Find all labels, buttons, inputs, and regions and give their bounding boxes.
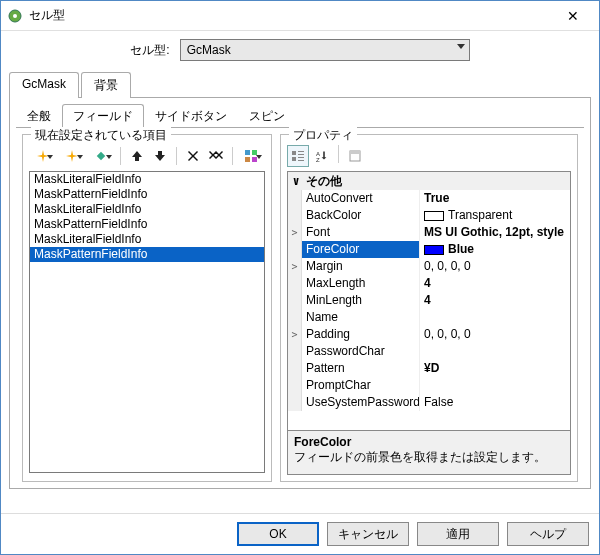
move-down-button[interactable] [149, 145, 170, 167]
property-legend: プロパティ [289, 127, 357, 144]
category-label: その他 [306, 173, 342, 190]
property-name: ForeColor [302, 241, 420, 258]
property-row[interactable]: >Padding0, 0, 0, 0 [288, 326, 570, 343]
delete-button[interactable] [182, 145, 203, 167]
property-name: AutoConvert [302, 190, 420, 207]
list-item[interactable]: MaskPatternFieldInfo [30, 187, 264, 202]
arrow-up-icon [132, 151, 142, 161]
tab-spin[interactable]: スピン [238, 104, 296, 128]
svg-rect-3 [245, 150, 250, 155]
property-value[interactable]: True [420, 190, 570, 207]
inner-tabstrip: 全般 フィールド サイドボタン スピン [16, 104, 584, 128]
tab-sidebutton[interactable]: サイドボタン [144, 104, 238, 128]
indent-cell [288, 343, 302, 360]
property-name: MinLength [302, 292, 420, 309]
property-row[interactable]: PromptChar [288, 377, 570, 394]
svg-rect-16 [350, 151, 360, 154]
property-name: MaxLength [302, 275, 420, 292]
expand-icon[interactable]: > [288, 258, 302, 275]
tab-background[interactable]: 背景 [81, 72, 131, 98]
categorized-icon [292, 150, 304, 162]
items-listbox[interactable]: MaskLiteralFieldInfoMaskPatternFieldInfo… [29, 171, 265, 473]
toolbar-separator [176, 147, 177, 165]
property-value[interactable]: 4 [420, 292, 570, 309]
property-row[interactable]: BackColorTransparent [288, 207, 570, 224]
cancel-button[interactable]: キャンセル [327, 522, 409, 546]
add-item-dropdown-2[interactable] [58, 145, 85, 167]
property-value[interactable]: 4 [420, 275, 570, 292]
property-value[interactable]: False [420, 394, 570, 411]
list-item[interactable]: MaskLiteralFieldInfo [30, 202, 264, 217]
cell-type-value: GcMask [187, 43, 231, 57]
grid-icon [245, 150, 257, 162]
alphabetical-view-button[interactable]: AZ [311, 145, 333, 167]
property-value[interactable]: 0, 0, 0, 0 [420, 326, 570, 343]
indent-cell [288, 207, 302, 224]
move-up-button[interactable] [126, 145, 147, 167]
property-name: Padding [302, 326, 420, 343]
list-item[interactable]: MaskPatternFieldInfo [30, 247, 264, 262]
list-item[interactable]: MaskPatternFieldInfo [30, 217, 264, 232]
property-value[interactable]: MS UI Gothic, 12pt, style [420, 224, 570, 241]
categorized-view-button[interactable] [287, 145, 309, 167]
property-row[interactable]: ForeColorBlue [288, 241, 570, 258]
list-item[interactable]: MaskLiteralFieldInfo [30, 172, 264, 187]
svg-rect-6 [252, 157, 257, 162]
property-row[interactable]: PasswordChar [288, 343, 570, 360]
options-dropdown[interactable] [238, 145, 265, 167]
collapse-icon[interactable]: ∨ [290, 174, 302, 188]
delete-all-button[interactable] [205, 145, 226, 167]
inner-panel: 全般 フィールド サイドボタン スピン 現在設定されている項目 [9, 97, 591, 489]
property-value[interactable] [420, 309, 570, 326]
property-name: Font [302, 224, 420, 241]
sparkle-icon [37, 150, 49, 162]
svg-text:Z: Z [316, 157, 320, 162]
tab-gcmask[interactable]: GcMask [9, 72, 79, 98]
svg-rect-5 [245, 157, 250, 162]
property-row[interactable]: Name [288, 309, 570, 326]
property-row[interactable]: AutoConvertTrue [288, 190, 570, 207]
cell-type-select[interactable]: GcMask [180, 39, 470, 61]
property-toolbar: AZ [287, 143, 571, 171]
svg-rect-12 [298, 160, 304, 161]
property-page-icon [349, 150, 361, 162]
svg-rect-8 [298, 151, 304, 152]
property-pages-button[interactable] [344, 145, 366, 167]
category-row[interactable]: ∨ その他 [288, 172, 570, 190]
add-item-dropdown-1[interactable] [29, 145, 56, 167]
property-value[interactable] [420, 343, 570, 360]
property-row[interactable]: MaxLength4 [288, 275, 570, 292]
property-row[interactable]: >Margin0, 0, 0, 0 [288, 258, 570, 275]
add-item-dropdown-3[interactable] [88, 145, 115, 167]
indent-cell [288, 377, 302, 394]
property-row[interactable]: UseSystemPasswordFalse [288, 394, 570, 411]
property-value[interactable]: Blue [420, 241, 570, 258]
indent-cell [288, 309, 302, 326]
close-button[interactable]: ✕ [553, 4, 593, 28]
apply-button[interactable]: 適用 [417, 522, 499, 546]
expand-icon[interactable]: > [288, 326, 302, 343]
property-name: PasswordChar [302, 343, 420, 360]
property-row[interactable]: Pattern¥D [288, 360, 570, 377]
app-icon [7, 8, 23, 24]
cell-type-row: セル型: GcMask [1, 31, 599, 71]
help-button[interactable]: ヘルプ [507, 522, 589, 546]
expand-icon[interactable]: > [288, 224, 302, 241]
property-row[interactable]: MinLength4 [288, 292, 570, 309]
list-item[interactable]: MaskLiteralFieldInfo [30, 232, 264, 247]
property-grid[interactable]: ∨ その他 AutoConvertTrueBackColorTransparen… [287, 171, 571, 431]
property-value[interactable]: 0, 0, 0, 0 [420, 258, 570, 275]
tab-general[interactable]: 全般 [16, 104, 62, 128]
diamond-icon [95, 150, 107, 162]
property-row[interactable]: >FontMS UI Gothic, 12pt, style [288, 224, 570, 241]
property-value[interactable] [420, 377, 570, 394]
ok-button[interactable]: OK [237, 522, 319, 546]
dialog-window: セル型 ✕ セル型: GcMask GcMask 背景 全般 フィールド サイド… [0, 0, 600, 555]
property-value[interactable]: Transparent [420, 207, 570, 224]
toolbar-separator [338, 145, 339, 163]
indent-cell [288, 190, 302, 207]
desc-name: ForeColor [294, 435, 564, 449]
property-value[interactable]: ¥D [420, 360, 570, 377]
tab-fields[interactable]: フィールド [62, 104, 144, 128]
window-title: セル型 [29, 7, 553, 24]
